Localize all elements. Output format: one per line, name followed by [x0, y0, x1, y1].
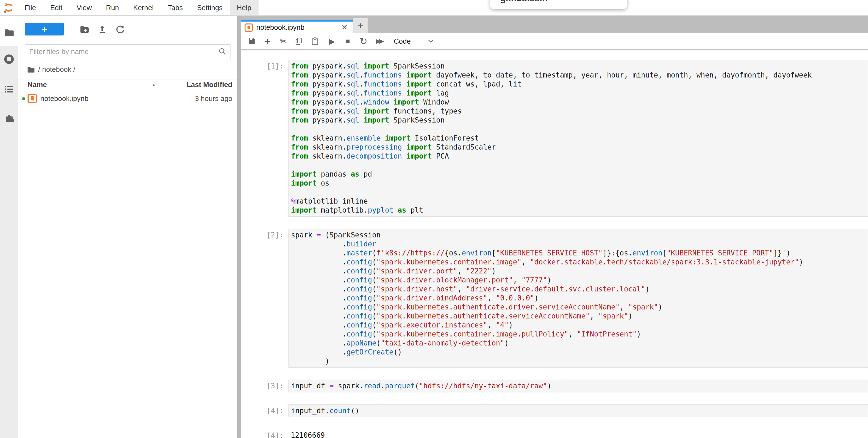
code-line: .config("spark.driver.bindAddress", "0.0…: [291, 294, 866, 303]
code-line: from pyspark.sql.functions import dayofw…: [291, 71, 866, 80]
code-line: .config("spark.driver.host", "driver-ser…: [291, 285, 866, 294]
code-line: ): [291, 357, 866, 366]
cell-code-editor[interactable]: from pyspark.sql import SparkSessionfrom…: [288, 60, 868, 217]
filter-files-input[interactable]: [25, 48, 218, 56]
menu-edit[interactable]: Edit: [43, 0, 69, 15]
paste-cell-icon[interactable]: [309, 37, 321, 45]
code-line: .builder: [291, 240, 866, 249]
code-cell: [1]:from pyspark.sql import SparkSession…: [241, 60, 868, 217]
panel-splitter[interactable]: [237, 15, 241, 438]
code-line: from pyspark.sql.window import Window: [291, 98, 866, 107]
code-line: .config("spark.kubernetes.container.imag…: [291, 258, 866, 267]
restart-kernel-icon[interactable]: ↻: [357, 36, 370, 47]
file-row-notebook[interactable]: notebook.ipynb 3 hours ago: [18, 90, 237, 107]
code-line: spark = (SparkSession: [291, 231, 866, 240]
restart-run-all-icon[interactable]: ▶▶: [373, 38, 385, 45]
dock-tab-bar: notebook.ipynb ✕ +: [241, 15, 868, 33]
new-folder-icon[interactable]: [75, 24, 93, 34]
browser-popup: github.com: [490, 0, 627, 9]
cut-cell-icon[interactable]: ✂: [277, 36, 289, 47]
search-icon: [218, 47, 227, 56]
code-line: .getOrCreate(): [291, 348, 866, 357]
input-prompt: [1]:: [241, 60, 288, 217]
notebook-toolbar: + ✂ ▶ ■ ↻ ▶▶ Code: [241, 33, 868, 50]
input-prompt: [4]:: [241, 404, 288, 417]
code-line: .config("spark.driver.port", "2222"): [291, 267, 866, 275]
code-line: from pyspark.sql.functions import concat…: [291, 80, 866, 89]
copy-cell-icon[interactable]: [293, 37, 305, 45]
activity-sidebar: [0, 15, 18, 438]
cell-code-editor[interactable]: input_df.count(): [288, 404, 868, 417]
file-browser-toolbar: +: [18, 15, 237, 37]
menu-bar: File Edit View Run Kernel Tabs Settings …: [0, 0, 868, 16]
column-modified-header[interactable]: Last Modified: [161, 80, 237, 90]
code-line: %matplotlib inline: [291, 197, 866, 206]
code-line: from pyspark.sql import functions, types: [291, 107, 866, 116]
upload-icon[interactable]: [93, 25, 111, 34]
cell-code-editor[interactable]: spark = (SparkSession .builder .master(f…: [288, 229, 868, 368]
code-line: .config("spark.driver.blockManager.port"…: [291, 275, 866, 285]
code-line: from pyspark.sql.functions import lag: [291, 89, 866, 98]
cell-output-text: 12106669: [288, 429, 868, 438]
add-cell-icon[interactable]: +: [261, 36, 274, 47]
notebook-cells: [1]:from pyspark.sql import SparkSession…: [241, 60, 868, 438]
menu-tabs[interactable]: Tabs: [161, 0, 190, 15]
code-cell: [3]:input_df = spark.read.parquet("hdfs:…: [241, 380, 868, 392]
sort-ascending-icon: ▲: [152, 82, 156, 87]
notebook-area: [1]:from pyspark.sql import SparkSession…: [241, 50, 868, 438]
file-browser-panel: + / notebook / Name: [18, 15, 237, 438]
code-line: .config("spark.kubernetes.authenticate.s…: [291, 312, 866, 321]
tab-notebook[interactable]: notebook.ipynb ✕: [241, 20, 352, 33]
output-prompt: [4]:: [241, 429, 288, 438]
stop-kernel-icon[interactable]: ■: [341, 37, 354, 46]
breadcrumb-folder-icon[interactable]: [27, 65, 35, 74]
table-of-contents-icon[interactable]: [0, 84, 18, 94]
code-line: [291, 125, 866, 134]
menu-run[interactable]: Run: [99, 0, 126, 15]
file-modified: 3 hours ago: [156, 94, 237, 103]
tab-label: notebook.ipynb: [256, 23, 340, 32]
code-line: import matplotlib.pyplot as plt: [291, 206, 866, 215]
code-line: from pyspark.sql import SparkSession: [291, 116, 866, 125]
code-line: .config("spark.executor.instances", "4"): [291, 321, 866, 330]
menu-help[interactable]: Help: [229, 0, 258, 15]
file-name: notebook.ipynb: [40, 94, 156, 103]
code-line: [291, 161, 866, 170]
code-line: .config("spark.kubernetes.authenticate.d…: [291, 303, 866, 312]
jupyter-logo-icon: [0, 0, 18, 15]
cell-type-dropdown[interactable]: Code: [394, 37, 411, 46]
tab-close-icon[interactable]: ✕: [340, 23, 349, 32]
code-line: import os: [291, 179, 866, 188]
breadcrumb[interactable]: / notebook /: [27, 65, 237, 74]
extensions-icon[interactable]: [0, 112, 18, 124]
chevron-down-icon[interactable]: [428, 39, 434, 43]
new-launcher-button[interactable]: +: [25, 23, 64, 35]
column-name-header[interactable]: Name ▲: [18, 81, 161, 89]
code-line: .config("spark.kubernetes.container.imag…: [291, 330, 866, 339]
code-cell: [4]:input_df.count(): [241, 404, 868, 417]
code-line: from sklearn.preprocessing import Standa…: [291, 143, 866, 152]
code-line: import pandas as pd: [291, 170, 866, 179]
cell-code-editor[interactable]: input_df = spark.read.parquet("hdfs://hd…: [288, 380, 868, 392]
code-line: .master(f'k8s://https://{os.environ["KUB…: [291, 249, 866, 258]
kernel-running-dot: [22, 97, 25, 100]
refresh-icon[interactable]: [111, 25, 129, 34]
input-prompt: [2]:: [241, 229, 288, 368]
code-line: input_df = spark.read.parquet("hdfs://hd…: [291, 381, 866, 390]
popup-site-text: github.com: [500, 0, 627, 4]
menu-settings[interactable]: Settings: [190, 0, 229, 15]
file-browser-icon[interactable]: [0, 27, 18, 38]
menu-file[interactable]: File: [18, 0, 43, 15]
save-icon[interactable]: [245, 37, 258, 45]
menu-view[interactable]: View: [69, 0, 99, 15]
file-list-header: Name ▲ Last Modified: [18, 79, 237, 90]
menu-kernel[interactable]: Kernel: [126, 0, 161, 15]
notebook-file-icon: [27, 94, 37, 104]
run-cell-icon[interactable]: ▶: [326, 37, 338, 46]
code-line: from sklearn.decomposition import PCA: [291, 152, 866, 161]
code-line: [291, 188, 866, 197]
input-prompt: [3]:: [241, 380, 288, 392]
new-tab-button[interactable]: +: [353, 18, 368, 33]
code-line: from sklearn.ensemble import IsolationFo…: [291, 134, 866, 143]
running-sessions-icon[interactable]: [0, 54, 18, 65]
